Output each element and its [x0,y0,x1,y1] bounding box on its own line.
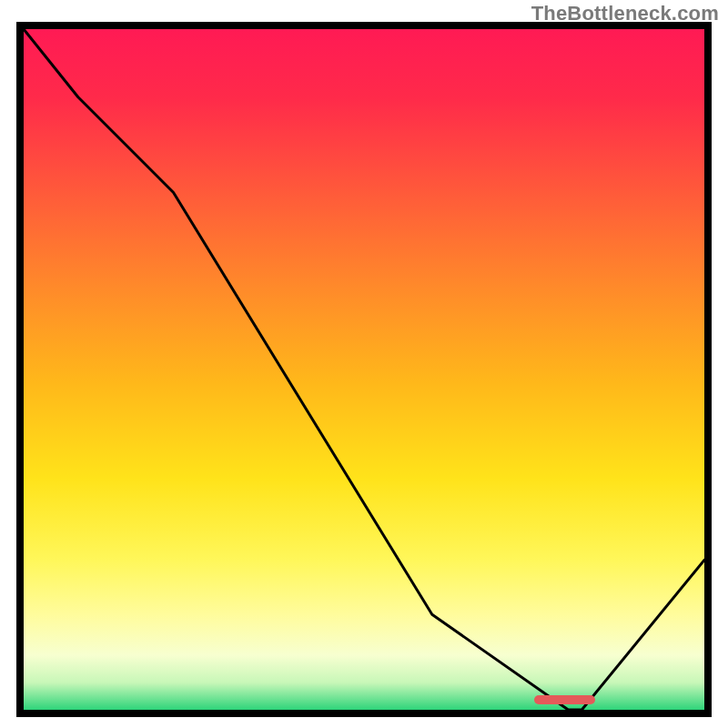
plot-frame [16,22,712,717]
chart-container: TheBottleneck.com [0,0,728,728]
data-curve [24,29,704,710]
highlight-marker [534,695,595,704]
